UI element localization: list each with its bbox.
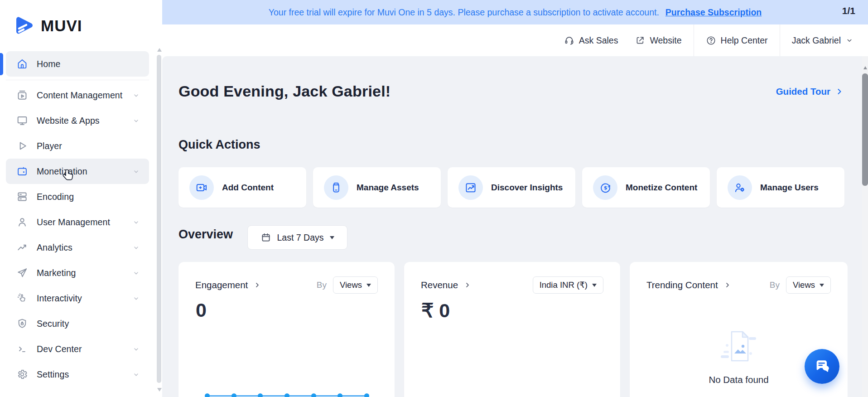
chevron-down-icon: [132, 345, 140, 353]
overview-cards-row: Engagement By Views 0: [178, 262, 848, 397]
sidebar: MUVI Home Content Management: [0, 0, 162, 397]
currency-filter-dropdown[interactable]: India INR (₹): [533, 276, 603, 294]
quick-action-label: Manage Assets: [357, 183, 419, 193]
quick-action-label: Manage Users: [760, 183, 819, 193]
sidebar-scrollbar-down-arrow[interactable]: [157, 388, 162, 392]
website-label: Website: [650, 35, 681, 46]
sidebar-item-marketing[interactable]: Marketing: [6, 260, 149, 286]
play-icon: [16, 140, 28, 152]
icon-circle: [728, 175, 752, 200]
sidebar-item-monetization[interactable]: Monetization: [6, 159, 149, 184]
sidebar-scrollbar[interactable]: [157, 55, 161, 383]
help-center-button[interactable]: Help Center: [706, 35, 768, 46]
trend-icon: [16, 242, 28, 253]
sidebar-item-player[interactable]: Player: [6, 133, 149, 159]
trending-title: Trending Content: [646, 280, 718, 290]
engagement-sparkline: [178, 392, 395, 397]
date-range-dropdown[interactable]: Last 7 Days: [247, 225, 347, 250]
ask-sales-button[interactable]: Ask Sales: [564, 35, 618, 46]
help-circle-icon: [706, 35, 716, 46]
wallet-icon: [16, 165, 28, 177]
dropdown-caret-icon: [330, 236, 334, 239]
user-menu[interactable]: Jack Gabriel: [792, 35, 858, 46]
sidebar-item-settings[interactable]: Settings: [6, 362, 149, 387]
revenue-card: Revenue India INR (₹) ₹ 0: [404, 262, 620, 397]
main-content: Good Evening, Jack Gabriel! Guided Tour …: [162, 56, 862, 397]
sidebar-item-label: User Management: [37, 217, 110, 228]
sidebar-item-security[interactable]: Security: [6, 311, 149, 336]
dropdown-caret-icon: [820, 284, 824, 287]
sidebar-item-dev-center[interactable]: Dev Center: [6, 336, 149, 362]
by-label: By: [770, 280, 780, 290]
sidebar-item-analytics[interactable]: Analytics: [6, 235, 149, 260]
sidebar-item-website-apps[interactable]: Website & Apps: [6, 108, 149, 133]
asset-box-icon: [330, 181, 342, 194]
calendar-icon: [260, 232, 271, 243]
sidebar-item-content-management[interactable]: Content Management: [6, 82, 149, 108]
ask-sales-label: Ask Sales: [579, 35, 618, 46]
quick-actions-heading: Quick Actions: [178, 138, 260, 152]
header-divider: [780, 24, 780, 56]
chevron-right-icon: [463, 281, 472, 289]
chevron-down-icon: [132, 218, 140, 226]
chevron-down-icon: [132, 117, 140, 125]
sparkline-point: [364, 393, 369, 397]
sidebar-item-interactivity[interactable]: Interactivity: [6, 286, 149, 311]
website-button[interactable]: Website: [635, 35, 681, 46]
chevron-down-icon: [132, 92, 140, 99]
engagement-filter-dropdown[interactable]: Views: [333, 276, 378, 294]
date-range-value: Last 7 Days: [277, 232, 324, 243]
sidebar-item-label: Interactivity: [37, 293, 82, 304]
sidebar-scrollbar-up-arrow[interactable]: [157, 48, 162, 52]
main-scrollbar-thumb[interactable]: [862, 73, 868, 186]
revenue-title-link[interactable]: Revenue: [421, 280, 472, 290]
external-link-icon: [635, 35, 645, 45]
users-gear-icon: [733, 181, 746, 194]
sidebar-item-encoding[interactable]: Encoding: [6, 184, 149, 209]
chart-up-icon: [464, 181, 477, 194]
sidebar-item-label: Security: [37, 319, 69, 329]
engagement-title-link[interactable]: Engagement: [195, 280, 261, 290]
engagement-card: Engagement By Views 0: [178, 262, 395, 397]
quick-action-manage-users[interactable]: Manage Users: [717, 167, 844, 208]
quick-action-monetize-content[interactable]: $ Monetize Content: [582, 167, 710, 208]
icon-circle: [189, 175, 214, 200]
trending-title-link[interactable]: Trending Content: [646, 280, 732, 290]
send-icon: [16, 267, 28, 279]
sidebar-item-label: Dev Center: [37, 344, 82, 354]
gear-icon: [16, 368, 28, 380]
sidebar-item-user-management[interactable]: User Management: [6, 209, 149, 235]
trending-filter-dropdown[interactable]: Views: [786, 276, 831, 294]
chevron-right-icon: [835, 87, 844, 96]
chevron-right-icon: [253, 281, 261, 289]
guided-tour-link[interactable]: Guided Tour: [776, 86, 844, 97]
dropdown-caret-icon: [366, 284, 371, 287]
main-scrollbar-up-arrow[interactable]: [863, 66, 867, 69]
quick-action-add-content[interactable]: Add Content: [178, 167, 306, 208]
header-divider: [694, 24, 694, 56]
trending-filter-value: Views: [793, 280, 815, 290]
sparkline-point: [258, 393, 263, 397]
sidebar-divider: [6, 80, 149, 80]
chevron-down-icon: [132, 269, 140, 277]
active-item-indicator: [0, 53, 3, 75]
icon-circle: $: [593, 175, 617, 200]
sidebar-item-home[interactable]: Home: [6, 51, 149, 77]
quick-action-manage-assets[interactable]: Manage Assets: [313, 167, 441, 208]
svg-text:$: $: [604, 185, 608, 191]
sidebar-item-label: Settings: [37, 369, 69, 380]
chat-widget-button[interactable]: [805, 349, 839, 384]
chat-bubbles-icon: [813, 358, 831, 376]
purchase-subscription-link[interactable]: Purchase Subscription: [665, 7, 762, 18]
quick-action-discover-insights[interactable]: Discover Insights: [448, 167, 575, 208]
help-center-label: Help Center: [721, 35, 768, 46]
muvi-logo[interactable]: MUVI: [13, 15, 82, 37]
tap-icon: [16, 292, 28, 304]
home-icon: [16, 58, 28, 70]
monetize-icon: $: [599, 181, 612, 194]
user-icon: [16, 216, 28, 228]
engagement-value: 0: [196, 299, 207, 321]
revenue-value: ₹ 0: [421, 299, 450, 322]
server-icon: [16, 191, 28, 203]
dropdown-caret-icon: [592, 284, 597, 287]
